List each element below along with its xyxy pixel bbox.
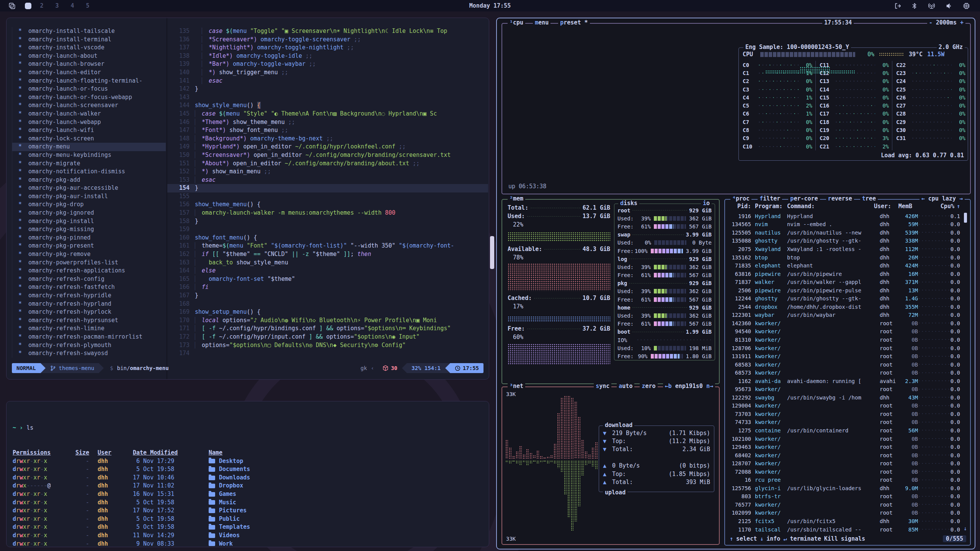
file-list-item[interactable]: *omarchy-refresh-hypridle	[12, 292, 166, 300]
file-list-item[interactable]: *omarchy-install-terminal	[12, 36, 166, 44]
file-list-item[interactable]: *omarchy-pkg-remove	[12, 250, 166, 259]
process-row[interactable]: 71835elephantelephantdhh424M··········0.…	[729, 261, 960, 270]
file-list-item[interactable]: *omarchy-refresh-hyprlock	[12, 308, 166, 316]
file-list-item[interactable]: *omarchy-pkg-drop	[12, 201, 166, 209]
scroll-down-arrow[interactable]: ↓	[964, 525, 967, 532]
file-list-item[interactable]: *omarchy-pkg-add	[12, 176, 166, 184]
filter-button[interactable]: filter	[758, 195, 782, 202]
process-row[interactable]: 134565nvimnvim --embed .dhh59M··········…	[729, 220, 960, 229]
process-row[interactable]: 129004kworker/root0B··········0.0	[729, 402, 960, 410]
process-row[interactable]: 2506pipewire/usr/bin/pipewire-pulsedhh13…	[729, 286, 960, 295]
file-list-item[interactable]: *omarchy-refresh-swayosd	[12, 349, 166, 358]
file-list-item[interactable]: *omarchy-launch-screensaver	[12, 101, 166, 110]
kill-button[interactable]: Kill	[824, 535, 838, 542]
file-list-item[interactable]: *omarchy-refresh-hyprland	[12, 300, 166, 308]
process-row[interactable]: 16rcu_preeroot0B··········0.0	[729, 476, 960, 484]
file-list-item[interactable]: *omarchy-launch-wifi	[12, 126, 166, 135]
net-interface-selector[interactable]: ←b enp191s0 n→	[663, 383, 715, 390]
file-list-item[interactable]: *omarchy-pkg-missing	[12, 225, 166, 234]
process-row[interactable]: 1170tailscal/usr/sbin/tailscaled --root8…	[729, 525, 960, 534]
file-list-item[interactable]: *omarchy-notification-dismiss	[12, 168, 166, 176]
process-row[interactable]: 2544dropbox/home/dhh/.dropbox-distdhh355…	[729, 303, 960, 311]
file-list-item[interactable]: *omarchy-pkg-install	[12, 217, 166, 226]
process-row[interactable]: 2125fcitx5/usr/bin/fcitx5dhh30M·········…	[729, 517, 960, 525]
file-list-item[interactable]: *omarchy-install-tailscale	[12, 27, 166, 36]
file-list-item[interactable]: *omarchy-install-vscode	[12, 44, 166, 52]
menu-button[interactable]: menu	[533, 19, 550, 26]
process-row[interactable]: 122301waybar/usr/bin/waybardhh72M·······…	[729, 311, 960, 320]
logout-icon[interactable]	[894, 2, 901, 10]
process-row[interactable]: 128707kworker/root0B··········0.0	[729, 459, 960, 468]
process-row[interactable]: 125756glycin-i/usr/lib/glycin-loadersdhh…	[729, 484, 960, 492]
process-row[interactable]: 68573kworker/root0B··········0.0	[729, 368, 960, 377]
file-list-item[interactable]: *omarchy-launch-walker	[12, 110, 166, 118]
process-row[interactable]: 129463kworker/root0B··········0.0	[729, 443, 960, 451]
process-row[interactable]: 94540kworker/root0B··········0.0	[729, 328, 960, 336]
file-list-item[interactable]: *omarchy-refresh-fastfetch	[12, 283, 166, 292]
process-row[interactable]: 135088ghostty/usr/bin/ghostty --gtk-dhh3…	[729, 237, 960, 245]
overview-icon[interactable]	[8, 2, 16, 10]
cpu-icon[interactable]	[963, 2, 970, 10]
net-zero-button[interactable]: zero	[640, 383, 657, 390]
code-pane[interactable]: 135 ▏ case $(menu "Toggle" "▣ Screensave…	[167, 27, 488, 357]
process-row[interactable]: 74733kworker/root0B··········0.0	[729, 418, 960, 427]
reverse-button[interactable]: reverse	[826, 195, 854, 202]
disks-title[interactable]: disks	[618, 200, 639, 207]
file-list-item[interactable]: *omarchy-migrate	[12, 160, 166, 168]
volume-icon[interactable]	[946, 2, 953, 10]
file-list-item[interactable]: *omarchy-powerprofiles-list	[12, 259, 166, 267]
process-row[interactable]: 76577kworker/root0B··········0.0	[729, 500, 960, 509]
process-row[interactable]: 73703kworker/root0B··········0.0	[729, 410, 960, 418]
workspace-3[interactable]: 3	[52, 2, 62, 9]
proc-scrollbar-thumb[interactable]	[964, 213, 967, 223]
process-row[interactable]: 1275containe/usr/bin/containerdroot56M··…	[729, 426, 960, 435]
file-list-item[interactable]: *omarchy-launch-floating-terminal-	[12, 77, 166, 85]
process-row[interactable]: 128706kworker/root0B··········0.0	[729, 344, 960, 352]
process-row[interactable]: 125505nautilus/usr/bin/nautilus --newdhh…	[729, 228, 960, 237]
file-list-item[interactable]: *omarchy-pkg-present	[12, 242, 166, 250]
file-list-item[interactable]: *omarchy-refresh-limine	[12, 324, 166, 333]
update-interval[interactable]: - 2000ms +	[927, 19, 965, 26]
workspace-2[interactable]: 2	[37, 2, 47, 9]
process-row[interactable]: 803btrfs-trroot0B··········0.0	[729, 492, 960, 501]
process-row[interactable]: 81310kworker/root0B··········0.0	[729, 336, 960, 344]
net-auto-button[interactable]: auto	[617, 383, 634, 390]
file-list-item[interactable]: *omarchy-launch-or-focus-webapp	[12, 93, 166, 102]
workspace-1[interactable]: 1	[25, 3, 31, 9]
file-list-item[interactable]: *omarchy-refresh-plymouth	[12, 341, 166, 350]
process-row[interactable]: 1916HyprlandHyprlanddhh426M··········0.1	[729, 212, 960, 220]
io-tab[interactable]: io	[701, 200, 712, 207]
file-list-item[interactable]: *omarchy-launch-webapp	[12, 118, 166, 127]
process-row[interactable]: 102099kworker/root0B··········0.0	[729, 509, 960, 517]
process-row[interactable]: 122292swaybg/usr/bin/swaybg -i /homdhh43…	[729, 393, 960, 402]
per-core-button[interactable]: per-core	[788, 195, 820, 202]
tree-button[interactable]: tree	[860, 195, 878, 202]
file-list-item[interactable]: *omarchy-pkg-aur-install	[12, 192, 166, 201]
file-list-item[interactable]: *omarchy-refresh-pacman-mirrorlist	[12, 333, 166, 341]
process-row[interactable]: 68402kworker/root0B··········0.0	[729, 451, 960, 460]
process-row[interactable]: 1162avahi-daavahi-daemon: running [avahi…	[729, 377, 960, 385]
network-icon[interactable]	[928, 2, 936, 10]
process-row[interactable]: 135162btopbtopdhh26M··········0.0	[729, 253, 960, 262]
signals-button[interactable]: signals	[841, 535, 865, 542]
workspace-5[interactable]: 5	[83, 2, 93, 9]
file-list-item[interactable]: *omarchy-pkg-aur-accessible	[12, 184, 166, 192]
bluetooth-icon[interactable]	[911, 2, 918, 10]
file-list-item[interactable]: *omarchy-refresh-hyprsunset	[12, 316, 166, 325]
process-row[interactable]: 131911kworker/root0B··········0.0	[729, 352, 960, 360]
file-list-item[interactable]: *omarchy-refresh-config	[12, 275, 166, 284]
preset-button[interactable]: preset *	[558, 19, 590, 26]
file-list-item[interactable]: *omarchy-menu-keybindings	[12, 151, 166, 160]
file-list-item[interactable]: *omarchy-refresh-applications	[12, 267, 166, 275]
file-list-item[interactable]: *omarchy-menu	[12, 143, 166, 151]
workspace-4[interactable]: 4	[67, 2, 77, 9]
file-list-item[interactable]: *omarchy-launch-browser	[12, 60, 166, 68]
process-row[interactable]: 95673kworker/root0B··········0.0	[729, 385, 960, 393]
process-row[interactable]: 71837walker/usr/bin/walker --gappldhh371…	[729, 278, 960, 286]
file-list-item[interactable]: *omarchy-launch-about	[12, 52, 166, 60]
file-list-item[interactable]: *omarchy-launch-or-focus	[12, 85, 166, 93]
process-row[interactable]: 63816pipewire/usr/bin/pipewiredhh16M····…	[729, 270, 960, 278]
process-row[interactable]: 2075XwaylandXwayland :1 -rootless -dhh11…	[729, 245, 960, 253]
file-list-item[interactable]: *omarchy-launch-editor	[12, 68, 166, 77]
file-list-item[interactable]: *omarchy-lock-screen	[12, 135, 166, 143]
